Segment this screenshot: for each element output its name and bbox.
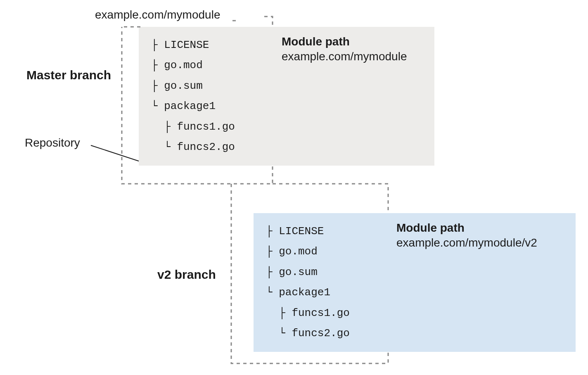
- module-path-value: example.com/mymodule: [282, 50, 407, 63]
- repository-connector: [91, 145, 139, 161]
- master-module-path-box: Module path example.com/mymodule: [282, 35, 407, 63]
- module-path-title: Module path: [282, 35, 407, 48]
- v2-branch-label: v2 branch: [157, 268, 216, 282]
- master-branch-panel: ├ LICENSE ├ go.mod ├ go.sum └ package1 ├…: [139, 27, 434, 166]
- master-branch-label: Master branch: [26, 68, 111, 82]
- module-url: example.com/mymodule: [95, 8, 220, 21]
- v2-module-path-box: Module path example.com/mymodule/v2: [396, 221, 537, 249]
- module-path-title: Module path: [396, 221, 537, 235]
- repository-label: Repository: [25, 136, 80, 150]
- v2-branch-panel: ├ LICENSE ├ go.mod ├ go.sum └ package1 ├…: [254, 213, 576, 352]
- module-path-value: example.com/mymodule/v2: [396, 236, 537, 249]
